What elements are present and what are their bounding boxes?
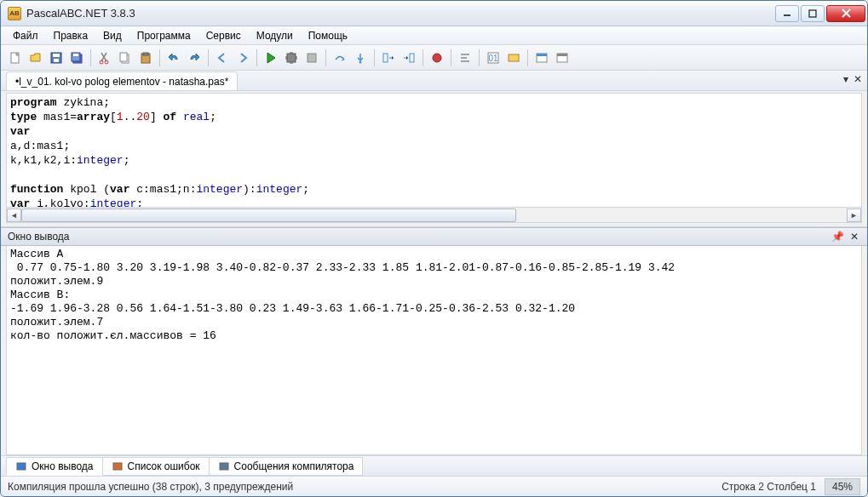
step-over-icon — [333, 51, 347, 65]
trace-into-button[interactable] — [379, 49, 398, 67]
svg-rect-20 — [383, 54, 388, 62]
output-close-icon[interactable]: ✕ — [848, 231, 860, 243]
paste-button[interactable] — [136, 49, 155, 67]
trace-into-icon — [382, 51, 395, 65]
svg-point-19 — [359, 60, 362, 63]
bottom-tab-1[interactable]: Список ошибок — [103, 457, 210, 476]
menu-файл[interactable]: Файл — [6, 28, 45, 43]
svg-rect-6 — [53, 54, 60, 57]
step-into-icon — [354, 51, 367, 65]
minimize-button[interactable] — [775, 5, 799, 22]
bottom-tab-label: Сообщения компилятора — [234, 460, 354, 472]
status-zoom[interactable]: 45% — [825, 478, 860, 495]
menu-программа[interactable]: Программа — [130, 28, 198, 43]
statusbar: Компиляция прошла успешно (38 строк), 3 … — [1, 476, 867, 496]
breakpoint-button[interactable] — [428, 49, 446, 67]
win2-button[interactable] — [553, 49, 572, 67]
format-button[interactable] — [456, 49, 474, 67]
nav-fwd-icon — [236, 51, 250, 65]
win1-button[interactable] — [532, 49, 551, 67]
editor-area: program zykina; type mas1=array[1..20] o… — [1, 91, 867, 227]
scroll-track[interactable] — [21, 209, 847, 222]
run-button[interactable] — [262, 49, 280, 67]
scroll-left-icon[interactable]: ◄ — [7, 209, 21, 222]
step-into-button[interactable] — [351, 49, 370, 67]
maximize-icon — [808, 9, 817, 18]
help-button[interactable]: 01 — [484, 49, 503, 67]
menu-модули[interactable]: Модули — [250, 28, 300, 43]
menu-помощь[interactable]: Помощь — [302, 28, 354, 43]
toolbar-separator — [159, 49, 160, 66]
svg-rect-29 — [557, 54, 567, 56]
bottom-tab-0[interactable]: Окно вывода — [6, 457, 103, 476]
tab-label: •l_v_01. kol-vo polog elementov - natash… — [15, 76, 228, 88]
win1-icon — [535, 51, 549, 65]
nav-fwd-button[interactable] — [233, 49, 252, 67]
messages-icon — [218, 460, 230, 472]
run-icon — [264, 51, 278, 65]
module-icon — [507, 51, 520, 65]
menu-правка[interactable]: Правка — [47, 28, 95, 43]
trace-out-button[interactable] — [400, 49, 418, 67]
svg-rect-7 — [54, 59, 59, 62]
file-tab[interactable]: •l_v_01. kol-vo polog elementov - natash… — [6, 71, 238, 90]
redo-icon — [187, 51, 201, 65]
cut-icon — [98, 51, 112, 65]
scroll-right-icon[interactable]: ► — [847, 209, 861, 222]
titlebar: AB PascalABC.NET 3.8.3 — [1, 1, 867, 26]
bottom-tab-label: Список ошибок — [128, 460, 200, 472]
tab-close-icon[interactable]: ✕ — [854, 73, 862, 85]
stop-button[interactable] — [302, 49, 321, 67]
status-message: Компиляция прошла успешно (38 строк), 3 … — [8, 481, 721, 493]
svg-rect-17 — [287, 54, 296, 62]
toolbar: 01 — [1, 45, 867, 71]
main-window: AB PascalABC.NET 3.8.3 ФайлПравкаВидПрог… — [0, 0, 868, 497]
menu-вид[interactable]: Вид — [96, 28, 129, 43]
bottom-tabstrip: Окно выводаСписок ошибокСообщения компил… — [1, 455, 867, 476]
svg-point-22 — [433, 54, 441, 62]
trace-out-icon — [402, 51, 416, 65]
module-button[interactable] — [504, 49, 523, 67]
toolbar-separator — [527, 49, 528, 66]
bottom-tab-2[interactable]: Сообщения компилятора — [210, 457, 364, 476]
maximize-button[interactable] — [801, 5, 825, 22]
svg-text:01: 01 — [488, 54, 498, 63]
open-file-button[interactable] — [26, 49, 45, 67]
toolbar-separator — [451, 49, 451, 66]
toolbar-separator — [479, 49, 480, 66]
svg-rect-10 — [73, 54, 78, 56]
undo-button[interactable] — [164, 49, 183, 67]
editor-hscrollbar[interactable]: ◄ ► — [6, 208, 862, 223]
pin-icon[interactable]: 📌 — [831, 231, 843, 243]
compile-button[interactable] — [282, 49, 301, 67]
save-all-icon — [70, 51, 83, 65]
step-over-button[interactable] — [331, 49, 349, 67]
scroll-thumb[interactable] — [21, 209, 516, 222]
svg-rect-21 — [410, 54, 414, 62]
toolbar-separator — [256, 49, 257, 66]
output-panel[interactable]: Массив А 0.77 0.75-1.80 3.20 3.19-1.98 3… — [6, 246, 862, 455]
nav-back-button[interactable] — [213, 49, 232, 67]
redo-button[interactable] — [185, 49, 204, 67]
toolbar-separator — [374, 49, 375, 66]
window-title: PascalABC.NET 3.8.3 — [26, 7, 775, 20]
svg-rect-18 — [308, 54, 316, 62]
copy-icon — [118, 51, 132, 65]
save-all-button[interactable] — [67, 49, 86, 67]
new-file-button[interactable] — [6, 49, 25, 67]
close-button[interactable] — [826, 5, 865, 22]
tab-dropdown-icon[interactable]: ▾ — [843, 73, 848, 85]
paste-icon — [139, 51, 152, 65]
stop-icon — [305, 51, 319, 65]
toolbar-separator — [423, 49, 423, 66]
code-editor[interactable]: program zykina; type mas1=array[1..20] o… — [6, 93, 862, 208]
svg-rect-27 — [537, 54, 547, 56]
menu-сервис[interactable]: Сервис — [199, 28, 248, 43]
svg-rect-25 — [509, 54, 519, 61]
cut-button[interactable] — [95, 49, 114, 67]
save-button[interactable] — [47, 49, 66, 67]
svg-rect-14 — [120, 53, 127, 61]
copy-button[interactable] — [116, 49, 135, 67]
close-icon — [842, 9, 851, 18]
save-icon — [49, 51, 63, 65]
